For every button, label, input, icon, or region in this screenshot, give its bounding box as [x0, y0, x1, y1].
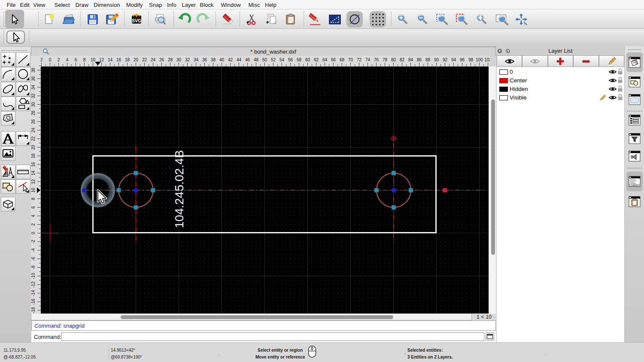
svg-text:74: 74 [365, 57, 371, 62]
svg-text:2: 2 [41, 57, 43, 62]
svg-text:16: 16 [116, 57, 122, 62]
svg-text:28: 28 [168, 57, 173, 62]
svg-text:14: 14 [31, 171, 36, 176]
svg-text:52: 52 [271, 57, 276, 62]
svg-text:56: 56 [288, 57, 293, 62]
svg-text:64: 64 [322, 57, 328, 62]
svg-text:0: 0 [49, 57, 52, 62]
svg-text:60: 60 [305, 57, 310, 62]
svg-text:88: 88 [425, 57, 431, 62]
svg-text:20: 20 [31, 145, 36, 150]
svg-text:50: 50 [262, 57, 267, 62]
svg-text:54: 54 [279, 57, 285, 62]
svg-text:6: 6 [31, 206, 36, 208]
svg-text:10: 10 [31, 188, 36, 193]
svg-text:-16: -16 [31, 299, 36, 305]
svg-text:18: 18 [31, 154, 36, 159]
svg-text:2: 2 [31, 223, 36, 226]
svg-text:100: 100 [476, 57, 483, 62]
svg-text:22: 22 [142, 57, 147, 62]
svg-text:84: 84 [408, 57, 413, 62]
svg-text:8: 8 [31, 197, 36, 200]
svg-text:58: 58 [297, 57, 302, 62]
svg-text:48: 48 [254, 57, 259, 62]
svg-text:20: 20 [134, 57, 139, 62]
svg-text:2: 2 [58, 57, 60, 62]
svg-text:66: 66 [331, 57, 336, 62]
svg-text:24: 24 [151, 57, 156, 62]
svg-text:10: 10 [91, 57, 96, 62]
svg-text:36: 36 [202, 57, 207, 62]
svg-text:92: 92 [443, 57, 448, 62]
svg-text:36: 36 [31, 76, 36, 81]
svg-text:26: 26 [159, 57, 164, 62]
svg-text:12: 12 [99, 57, 104, 62]
svg-text:18: 18 [125, 57, 130, 62]
svg-text:34: 34 [31, 85, 36, 90]
svg-text:98: 98 [468, 57, 474, 62]
svg-text:70: 70 [348, 57, 353, 62]
svg-text:4: 4 [31, 214, 36, 217]
svg-text:-14: -14 [31, 290, 36, 296]
svg-text:104.245.02.4B: 104.245.02.4B [173, 150, 186, 228]
svg-text:6: 6 [75, 57, 77, 62]
svg-text:-10: -10 [31, 273, 36, 279]
svg-text:SVG: SVG [132, 18, 141, 23]
svg-text:40: 40 [219, 57, 225, 62]
svg-text:78: 78 [383, 57, 388, 62]
svg-text:12: 12 [31, 179, 36, 184]
svg-text:38: 38 [211, 57, 216, 62]
svg-text:8: 8 [83, 57, 86, 62]
svg-text:34: 34 [194, 57, 199, 62]
svg-text:94: 94 [451, 57, 456, 62]
svg-text:-2: -2 [31, 240, 36, 244]
svg-text:80: 80 [391, 57, 396, 62]
svg-text:-4: -4 [31, 248, 36, 252]
svg-text:14: 14 [108, 57, 113, 62]
svg-text:90: 90 [434, 57, 439, 62]
svg-text:command: command [632, 184, 638, 186]
svg-text:68: 68 [340, 57, 345, 62]
svg-text:28: 28 [31, 111, 36, 116]
svg-text:76: 76 [374, 57, 379, 62]
svg-text:24: 24 [31, 128, 36, 133]
svg-text:42: 42 [228, 57, 233, 62]
svg-text:62: 62 [314, 57, 319, 62]
svg-text:82: 82 [400, 57, 405, 62]
svg-text:32: 32 [31, 94, 36, 99]
svg-text:22: 22 [31, 136, 36, 142]
svg-text:102: 102 [484, 57, 490, 62]
svg-text:72: 72 [357, 57, 362, 62]
svg-text:44: 44 [237, 57, 242, 62]
svg-text:4: 4 [66, 57, 69, 62]
svg-text:30: 30 [176, 57, 182, 62]
svg-text:16: 16 [31, 162, 36, 167]
svg-text:96: 96 [460, 57, 465, 62]
svg-text:26: 26 [31, 119, 36, 124]
svg-text:86: 86 [417, 57, 422, 62]
svg-text:-12: -12 [31, 281, 36, 288]
svg-text:-6: -6 [31, 257, 36, 261]
svg-text:-8: -8 [31, 265, 36, 269]
svg-text:32: 32 [185, 57, 190, 62]
svg-text:46: 46 [245, 57, 250, 62]
svg-text:-18: -18 [31, 307, 36, 314]
svg-text:0: 0 [31, 232, 36, 234]
svg-text:38: 38 [31, 68, 36, 73]
svg-text:30: 30 [31, 102, 36, 107]
